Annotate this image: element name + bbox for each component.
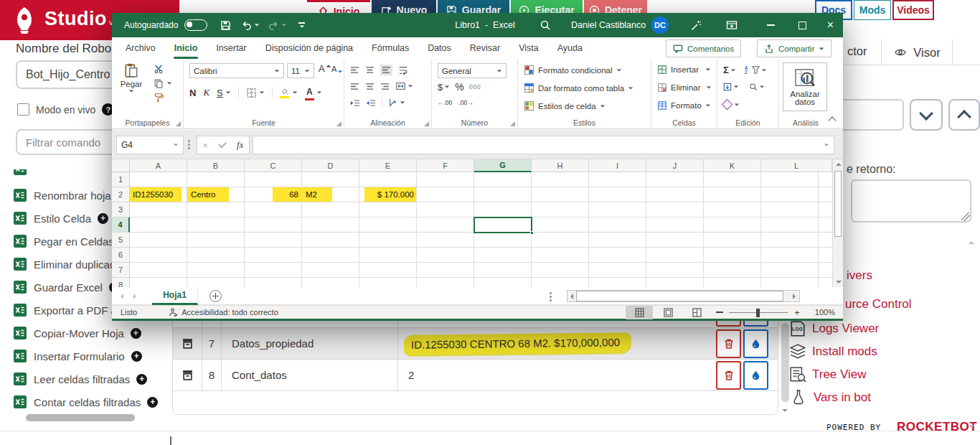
- sidebar-horizontal-scrollbar[interactable]: [26, 414, 135, 421]
- column-header-i[interactable]: I: [589, 159, 646, 172]
- align-top-icon[interactable]: [350, 66, 359, 74]
- zoom-in-icon[interactable]: +: [792, 306, 802, 319]
- sheet-grid[interactable]: A B C D E F G H I J K L 1 2 3 4 5 6 7: [112, 159, 843, 287]
- cut-icon[interactable]: [154, 64, 164, 74]
- merge-center-button[interactable]: [395, 81, 413, 91]
- table-row-cont-datos[interactable]: 8 Cont_datos 2: [173, 360, 778, 391]
- decrease-indent-icon[interactable]: [350, 99, 360, 107]
- tab-vista[interactable]: Vista: [509, 37, 548, 59]
- delete-variable-button[interactable]: [716, 361, 741, 390]
- tab-formulas[interactable]: Fórmulas: [362, 37, 418, 59]
- column-header-l[interactable]: L: [761, 159, 832, 172]
- view-page-layout-button[interactable]: [654, 306, 682, 319]
- share-button[interactable]: Compartir: [757, 39, 831, 57]
- delete-cells-button[interactable]: Eliminar: [657, 83, 712, 93]
- command-item-guardar-excel[interactable]: Guardar Excel+: [13, 276, 120, 299]
- panel-scroll-down-icon[interactable]: [969, 425, 974, 428]
- column-header-a[interactable]: A: [130, 159, 187, 172]
- align-center-icon[interactable]: [365, 83, 374, 90]
- clean-variable-button[interactable]: [743, 361, 768, 390]
- tab-archivo[interactable]: Archivo: [116, 37, 165, 59]
- search-icon[interactable]: [540, 19, 551, 31]
- underline-button[interactable]: S: [217, 88, 231, 98]
- view-normal-button[interactable]: [626, 306, 653, 319]
- link-vars-in-bot[interactable]: Vars in bot: [814, 390, 871, 405]
- autosum-button[interactable]: Σ: [723, 65, 736, 75]
- tab-disposicion[interactable]: Disposición de página: [256, 37, 362, 59]
- tab-revisar[interactable]: Revisar: [461, 37, 509, 59]
- ribbon-display-options-icon[interactable]: [726, 19, 738, 31]
- formula-expand-icon[interactable]: [824, 144, 829, 146]
- align-bottom-icon[interactable]: [380, 65, 392, 75]
- clean-variable-button[interactable]: [743, 329, 768, 358]
- column-header-h[interactable]: H: [532, 159, 589, 172]
- command-item-insertar-formulario[interactable]: Insertar Formulario+: [13, 345, 142, 367]
- cell-a2[interactable]: ID1255030: [130, 187, 187, 202]
- sheet-tab-hoja1[interactable]: Hoja1: [152, 287, 198, 305]
- comments-button[interactable]: Comentarios: [666, 39, 741, 57]
- tab-ayuda[interactable]: Ayuda: [548, 37, 592, 59]
- insert-function-icon[interactable]: fx: [237, 139, 243, 151]
- dialog-launcher-icon[interactable]: [176, 121, 181, 126]
- row-header-2[interactable]: 2: [112, 187, 130, 202]
- dialog-launcher-icon[interactable]: [510, 121, 515, 126]
- view-page-break-button[interactable]: [683, 306, 710, 319]
- scroll-down-icon[interactable]: [836, 281, 842, 284]
- return-variable-textarea[interactable]: [851, 179, 971, 222]
- link-drivers[interactable]: ivers: [847, 268, 872, 283]
- new-sheet-button[interactable]: [209, 290, 222, 302]
- font-name-select[interactable]: Calibri: [189, 63, 284, 78]
- quick-save-icon[interactable]: [220, 20, 231, 31]
- scroll-up-icon[interactable]: [836, 163, 842, 166]
- copy-icon[interactable]: [154, 78, 164, 88]
- table-vertical-scrollbar[interactable]: [781, 323, 789, 402]
- fill-color-button[interactable]: [280, 88, 298, 98]
- grid-horizontal-scrollbar[interactable]: [567, 290, 800, 302]
- cell-b2[interactable]: Centro: [187, 187, 245, 202]
- format-cells-button[interactable]: Formato: [657, 100, 711, 111]
- column-header-b[interactable]: B: [187, 159, 245, 172]
- collapse-up-button[interactable]: [948, 99, 980, 131]
- borders-button[interactable]: [246, 88, 265, 98]
- table-scroll-down-icon[interactable]: [782, 409, 788, 412]
- column-header-g[interactable]: G: [474, 159, 532, 172]
- grid-vertical-scrollbar[interactable]: [832, 159, 843, 287]
- sort-filter-button[interactable]: AZ: [745, 66, 767, 75]
- avatar[interactable]: DC: [651, 17, 669, 34]
- cell-styles-button[interactable]: Estilos de celda: [524, 100, 606, 111]
- scroll-thumb[interactable]: [834, 171, 842, 237]
- column-header-e[interactable]: E: [359, 159, 417, 172]
- customize-toolbar-icon[interactable]: [298, 22, 305, 28]
- format-painter-icon[interactable]: [154, 93, 164, 103]
- find-select-button[interactable]: [749, 83, 765, 91]
- cell-c2[interactable]: 68: [245, 187, 302, 202]
- command-item-leer-celdas-filtradas[interactable]: Leer celdas filtradas+: [13, 367, 147, 390]
- conditional-format-button[interactable]: Formato condicional: [524, 65, 622, 75]
- name-box[interactable]: G4: [116, 136, 184, 154]
- percent-format-button[interactable]: %: [455, 81, 463, 93]
- minimize-button[interactable]: [755, 13, 786, 37]
- cells-area[interactable]: ID1255030 Centro 68 M2 $ 170.000: [130, 172, 832, 287]
- align-middle-icon[interactable]: [365, 66, 374, 74]
- link-logs-viewer[interactable]: Logs Viewer: [812, 322, 879, 336]
- add-command-icon[interactable]: +: [98, 213, 108, 224]
- number-format-select[interactable]: General: [438, 63, 507, 78]
- column-header-j[interactable]: J: [646, 159, 704, 172]
- zoom-out-icon[interactable]: [716, 312, 723, 313]
- hscroll-left-icon[interactable]: [570, 294, 573, 299]
- row-header-7[interactable]: 7: [112, 263, 130, 278]
- selected-cell-g4[interactable]: [473, 217, 532, 233]
- row-header-6[interactable]: 6: [112, 248, 130, 263]
- zoom-slider-thumb[interactable]: [756, 309, 760, 317]
- row-header-4[interactable]: 4: [112, 217, 130, 233]
- collapse-down-button[interactable]: [910, 99, 943, 131]
- sheet-prev-icon[interactable]: [121, 294, 123, 299]
- command-item-renombrar-hoja[interactable]: Renombrar hoja+: [13, 184, 128, 207]
- excel-titlebar[interactable]: Autoguardado Libro1 - Excel Daniel Casti…: [112, 13, 843, 37]
- increase-decimal-button[interactable]: ←.00: [438, 99, 452, 106]
- link-install-mods[interactable]: Install mods: [812, 345, 877, 359]
- align-left-icon[interactable]: [350, 83, 359, 90]
- zoom-level[interactable]: 100%: [806, 308, 835, 317]
- table-row-datos-propiedad[interactable]: 7 Datos_propiedad ID.1255030 CENTRO 68 M…: [173, 328, 778, 360]
- command-item-exportar-pdf[interactable]: Exportar a PDF ava: [13, 299, 128, 322]
